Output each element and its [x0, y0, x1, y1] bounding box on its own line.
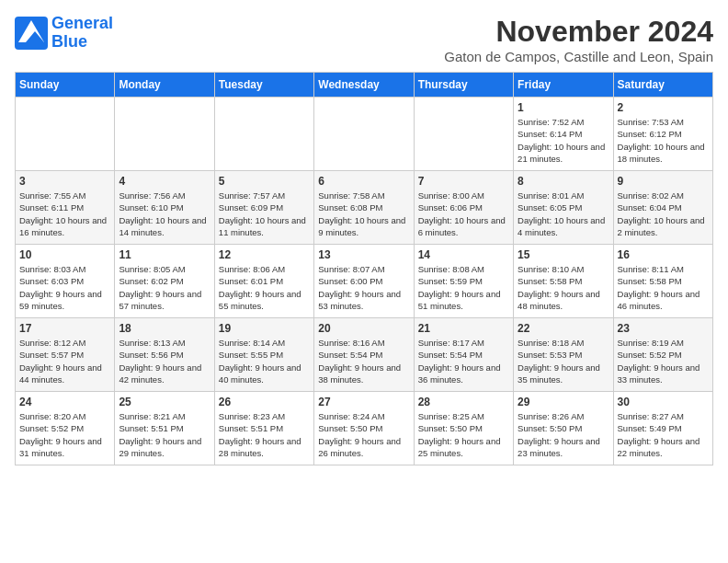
day-number: 18 — [119, 322, 210, 335]
calendar-week-row: 1Sunrise: 7:52 AM Sunset: 6:14 PM Daylig… — [16, 98, 713, 171]
day-info: Sunrise: 8:11 AM Sunset: 5:58 PM Dayligh… — [618, 263, 709, 312]
calendar-cell: 19Sunrise: 8:14 AM Sunset: 5:55 PM Dayli… — [214, 318, 313, 392]
calendar-header-friday: Friday — [514, 73, 613, 98]
calendar-cell: 25Sunrise: 8:21 AM Sunset: 5:51 PM Dayli… — [115, 392, 214, 465]
location-title: Gaton de Campos, Castille and Leon, Spai… — [444, 49, 713, 64]
day-number: 17 — [19, 322, 110, 335]
calendar-cell: 12Sunrise: 8:06 AM Sunset: 6:01 PM Dayli… — [214, 245, 313, 318]
day-info: Sunrise: 7:55 AM Sunset: 6:11 PM Dayligh… — [19, 190, 110, 238]
calendar-cell — [314, 98, 414, 171]
calendar-cell: 15Sunrise: 8:10 AM Sunset: 5:58 PM Dayli… — [514, 245, 613, 318]
calendar-cell: 17Sunrise: 8:12 AM Sunset: 5:57 PM Dayli… — [16, 318, 115, 392]
day-info: Sunrise: 8:13 AM Sunset: 5:56 PM Dayligh… — [119, 337, 210, 385]
day-number: 24 — [19, 396, 110, 408]
day-info: Sunrise: 8:07 AM Sunset: 6:00 PM Dayligh… — [318, 263, 409, 312]
day-info: Sunrise: 7:52 AM Sunset: 6:14 PM Dayligh… — [518, 116, 609, 165]
header: General Blue November 2024 Gaton de Camp… — [15, 15, 713, 64]
calendar-cell: 1Sunrise: 7:52 AM Sunset: 6:14 PM Daylig… — [514, 98, 613, 171]
calendar-cell: 26Sunrise: 8:23 AM Sunset: 5:51 PM Dayli… — [214, 392, 313, 465]
calendar-cell — [414, 98, 513, 171]
day-number: 20 — [318, 322, 409, 335]
month-title: November 2024 — [444, 15, 713, 49]
day-number: 23 — [618, 322, 709, 335]
calendar-cell: 5Sunrise: 7:57 AM Sunset: 6:09 PM Daylig… — [214, 171, 313, 245]
calendar-cell: 29Sunrise: 8:26 AM Sunset: 5:50 PM Dayli… — [514, 392, 613, 465]
day-info: Sunrise: 8:20 AM Sunset: 5:52 PM Dayligh… — [19, 410, 110, 459]
day-number: 11 — [119, 248, 210, 261]
calendar-table: SundayMondayTuesdayWednesdayThursdayFrid… — [15, 72, 713, 465]
calendar-week-row: 10Sunrise: 8:03 AM Sunset: 6:03 PM Dayli… — [16, 245, 713, 318]
day-number: 19 — [219, 322, 310, 335]
logo: General Blue — [15, 15, 113, 52]
calendar-cell: 6Sunrise: 7:58 AM Sunset: 6:08 PM Daylig… — [314, 171, 414, 245]
day-number: 12 — [219, 248, 310, 261]
day-info: Sunrise: 8:25 AM Sunset: 5:50 PM Dayligh… — [418, 410, 509, 459]
day-info: Sunrise: 7:58 AM Sunset: 6:08 PM Dayligh… — [318, 190, 409, 238]
calendar-cell: 30Sunrise: 8:27 AM Sunset: 5:49 PM Dayli… — [613, 392, 712, 465]
day-info: Sunrise: 8:23 AM Sunset: 5:51 PM Dayligh… — [219, 410, 310, 459]
calendar-header-row: SundayMondayTuesdayWednesdayThursdayFrid… — [16, 73, 713, 98]
day-info: Sunrise: 8:00 AM Sunset: 6:06 PM Dayligh… — [418, 190, 509, 238]
calendar-cell: 2Sunrise: 7:53 AM Sunset: 6:12 PM Daylig… — [613, 98, 712, 171]
title-area: November 2024 Gaton de Campos, Castille … — [444, 15, 713, 64]
calendar-header-monday: Monday — [115, 73, 214, 98]
calendar-cell: 18Sunrise: 8:13 AM Sunset: 5:56 PM Dayli… — [115, 318, 214, 392]
day-info: Sunrise: 8:05 AM Sunset: 6:02 PM Dayligh… — [119, 263, 210, 312]
day-number: 13 — [318, 248, 409, 261]
calendar-cell: 16Sunrise: 8:11 AM Sunset: 5:58 PM Dayli… — [613, 245, 712, 318]
calendar-cell — [16, 98, 115, 171]
day-info: Sunrise: 8:10 AM Sunset: 5:58 PM Dayligh… — [518, 263, 609, 312]
calendar-cell: 3Sunrise: 7:55 AM Sunset: 6:11 PM Daylig… — [16, 171, 115, 245]
day-info: Sunrise: 8:21 AM Sunset: 5:51 PM Dayligh… — [119, 410, 210, 459]
logo-general: General — [51, 14, 113, 32]
day-info: Sunrise: 8:14 AM Sunset: 5:55 PM Dayligh… — [219, 337, 310, 385]
calendar-cell: 22Sunrise: 8:18 AM Sunset: 5:53 PM Dayli… — [514, 318, 613, 392]
calendar-cell: 8Sunrise: 8:01 AM Sunset: 6:05 PM Daylig… — [514, 171, 613, 245]
day-info: Sunrise: 8:02 AM Sunset: 6:04 PM Dayligh… — [618, 190, 709, 238]
day-number: 15 — [518, 248, 609, 261]
day-number: 9 — [618, 175, 709, 188]
logo-blue: Blue — [51, 32, 87, 51]
day-number: 8 — [518, 175, 609, 188]
calendar-week-row: 3Sunrise: 7:55 AM Sunset: 6:11 PM Daylig… — [16, 171, 713, 245]
calendar-cell: 11Sunrise: 8:05 AM Sunset: 6:02 PM Dayli… — [115, 245, 214, 318]
day-number: 22 — [518, 322, 609, 335]
day-info: Sunrise: 8:17 AM Sunset: 5:54 PM Dayligh… — [418, 337, 509, 385]
day-info: Sunrise: 8:24 AM Sunset: 5:50 PM Dayligh… — [318, 410, 409, 459]
day-info: Sunrise: 8:27 AM Sunset: 5:49 PM Dayligh… — [618, 410, 709, 459]
day-number: 28 — [418, 396, 509, 408]
day-number: 14 — [418, 248, 509, 261]
calendar-header-wednesday: Wednesday — [314, 73, 414, 98]
day-number: 5 — [219, 175, 310, 188]
day-info: Sunrise: 7:57 AM Sunset: 6:09 PM Dayligh… — [219, 190, 310, 238]
day-info: Sunrise: 8:18 AM Sunset: 5:53 PM Dayligh… — [518, 337, 609, 385]
day-number: 1 — [518, 101, 609, 114]
calendar-cell: 20Sunrise: 8:16 AM Sunset: 5:54 PM Dayli… — [314, 318, 414, 392]
calendar-cell: 9Sunrise: 8:02 AM Sunset: 6:04 PM Daylig… — [613, 171, 712, 245]
calendar-cell: 24Sunrise: 8:20 AM Sunset: 5:52 PM Dayli… — [16, 392, 115, 465]
day-number: 29 — [518, 396, 609, 408]
day-info: Sunrise: 8:03 AM Sunset: 6:03 PM Dayligh… — [19, 263, 110, 312]
day-info: Sunrise: 8:01 AM Sunset: 6:05 PM Dayligh… — [518, 190, 609, 238]
logo-icon — [15, 17, 48, 50]
day-number: 4 — [119, 175, 210, 188]
day-number: 10 — [19, 248, 110, 261]
day-info: Sunrise: 8:16 AM Sunset: 5:54 PM Dayligh… — [318, 337, 409, 385]
calendar-cell: 23Sunrise: 8:19 AM Sunset: 5:52 PM Dayli… — [613, 318, 712, 392]
day-number: 30 — [618, 396, 709, 408]
day-info: Sunrise: 8:26 AM Sunset: 5:50 PM Dayligh… — [518, 410, 609, 459]
calendar-header-tuesday: Tuesday — [214, 73, 313, 98]
day-number: 25 — [119, 396, 210, 408]
day-number: 7 — [418, 175, 509, 188]
calendar-cell — [115, 98, 214, 171]
logo-text: General Blue — [51, 15, 113, 52]
calendar-week-row: 17Sunrise: 8:12 AM Sunset: 5:57 PM Dayli… — [16, 318, 713, 392]
calendar-cell — [214, 98, 313, 171]
calendar-cell: 14Sunrise: 8:08 AM Sunset: 5:59 PM Dayli… — [414, 245, 513, 318]
calendar-header-saturday: Saturday — [613, 73, 712, 98]
day-number: 26 — [219, 396, 310, 408]
calendar-cell: 27Sunrise: 8:24 AM Sunset: 5:50 PM Dayli… — [314, 392, 414, 465]
day-number: 6 — [318, 175, 409, 188]
calendar-header-sunday: Sunday — [16, 73, 115, 98]
calendar-cell: 10Sunrise: 8:03 AM Sunset: 6:03 PM Dayli… — [16, 245, 115, 318]
